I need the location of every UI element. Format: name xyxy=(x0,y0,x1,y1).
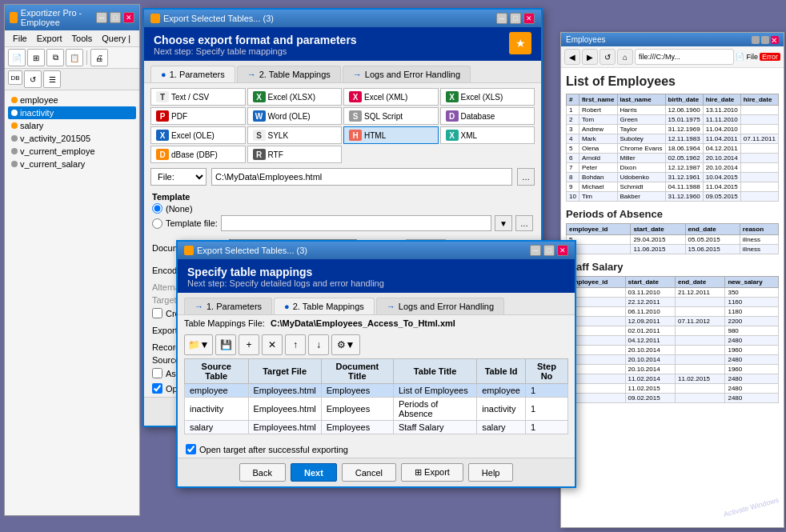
sidebar-item-employee[interactable]: employee xyxy=(8,94,136,106)
preview-minimize[interactable] xyxy=(752,36,760,44)
format-sylk[interactable]: SSYLK xyxy=(247,126,343,144)
delete-btn[interactable]: ✕ xyxy=(262,334,283,355)
dialog2-back-button[interactable]: Back xyxy=(239,463,286,482)
cell-table-id: employee xyxy=(477,384,526,398)
template-file-radio[interactable] xyxy=(152,218,162,229)
col-table-id[interactable]: Table Id xyxy=(477,359,526,384)
sidebar-item-salary[interactable]: salary xyxy=(8,119,136,132)
dialog2-next-button[interactable]: Next xyxy=(291,463,337,482)
tab-logs[interactable]: → Logs and Error Handling xyxy=(343,66,471,82)
url-bar[interactable] xyxy=(635,49,734,65)
menu-file[interactable]: File xyxy=(8,32,32,45)
options-btn[interactable]: ⚙▼ xyxy=(331,334,360,355)
refresh-nav-btn[interactable]: ↺ xyxy=(600,49,616,65)
down-btn[interactable]: ↓ xyxy=(308,334,329,355)
format-csv[interactable]: TText / CSV xyxy=(150,88,246,106)
template-browse-btn[interactable]: ▼ xyxy=(495,215,512,231)
tab2-parameters[interactable]: → 1. Parameters xyxy=(184,298,272,314)
preview-close[interactable]: ✕ xyxy=(771,36,779,44)
table-row[interactable]: employee Employees.html Employees List o… xyxy=(185,384,568,398)
sidebar-item-v-salary[interactable]: v_current_salary xyxy=(8,158,136,170)
dialog2-cancel-button[interactable]: Cancel xyxy=(342,463,396,482)
format-xlsx[interactable]: XExcel (XLSX) xyxy=(247,88,343,106)
col-doc[interactable]: Document Title xyxy=(321,359,393,384)
format-pdf[interactable]: PPDF xyxy=(150,107,246,125)
col-target[interactable]: Target File xyxy=(248,359,321,384)
format-ole[interactable]: XExcel (OLE) xyxy=(150,126,246,144)
back-nav-btn[interactable]: ◀ xyxy=(564,49,580,65)
file-row: File: … xyxy=(144,168,541,186)
browse-button[interactable]: … xyxy=(517,168,535,186)
forward-nav-btn[interactable]: ▶ xyxy=(582,49,598,65)
cell-doc: Employees xyxy=(321,384,393,398)
create-checkbox[interactable] xyxy=(152,308,162,318)
dialog2-close[interactable]: ✕ xyxy=(557,245,568,256)
file-type-select[interactable]: File: xyxy=(150,168,207,186)
table-row[interactable]: salary Employees.html Employees Staff Sa… xyxy=(185,421,568,434)
format-dbf[interactable]: DdBase (DBF) xyxy=(150,146,246,163)
print-btn[interactable]: 🖨 xyxy=(90,49,108,66)
paste-btn[interactable]: 📋 xyxy=(66,49,83,66)
col-source[interactable]: Source Table xyxy=(185,359,249,384)
sidebar-item-v-activity[interactable]: v_activity_201505 xyxy=(8,132,136,145)
tree-btn[interactable]: ☰ xyxy=(43,70,61,88)
preview-browser: Employees ✕ ◀ ▶ ↺ ⌂ 📄 File Error List of… xyxy=(560,32,784,528)
sidebar-item-v-current[interactable]: v_current_employe xyxy=(8,145,136,158)
tab-mappings[interactable]: → 2. Table Mappings xyxy=(237,66,341,82)
template-file-browse-btn[interactable]: … xyxy=(515,215,533,231)
open-checkbox[interactable] xyxy=(152,383,162,394)
format-html[interactable]: HHTML xyxy=(343,126,439,144)
menu-tools[interactable]: Tools xyxy=(67,32,98,45)
main-app-window: Exportizer Pro - Employee ─ □ ✕ File Exp… xyxy=(4,4,140,516)
cell-doc: Employees xyxy=(321,421,393,434)
dialog2-maximize[interactable]: □ xyxy=(543,245,555,256)
col-table-title[interactable]: Table Title xyxy=(393,359,476,384)
folder-btn[interactable]: 📁▼ xyxy=(184,334,213,355)
home-nav-btn[interactable]: ⌂ xyxy=(617,49,633,65)
dialog1-maximize[interactable]: □ xyxy=(510,13,521,24)
dialog1-close[interactable]: ✕ xyxy=(523,13,535,24)
dialog1-minimize[interactable]: ─ xyxy=(496,13,507,24)
tab2-mappings[interactable]: ● 2. Table Mappings xyxy=(274,298,375,314)
copy-btn[interactable]: ⧉ xyxy=(46,49,64,66)
app-close[interactable]: ✕ xyxy=(123,12,134,23)
format-xls[interactable]: XExcel (XLS) xyxy=(440,88,535,106)
db-btn[interactable]: DB xyxy=(8,70,22,85)
salary-table: employee_id start_date end_date new_sala… xyxy=(566,276,779,403)
col-step[interactable]: Step No xyxy=(525,359,567,384)
add-btn[interactable]: + xyxy=(239,334,259,355)
up-btn[interactable]: ↑ xyxy=(285,334,306,355)
menu-export[interactable]: Export xyxy=(32,32,67,45)
sidebar-item-label: v_activity_201505 xyxy=(20,134,90,143)
table-row[interactable]: inactivity Employees.html Employees Peri… xyxy=(185,398,568,421)
grid-btn[interactable]: ⊞ xyxy=(27,49,45,66)
dialog2-help-button[interactable]: Help xyxy=(468,463,514,482)
favorites-button[interactable]: ★ xyxy=(509,32,531,54)
ask-checkbox[interactable] xyxy=(152,368,162,378)
template-none-radio[interactable] xyxy=(152,203,162,214)
file-path-input[interactable] xyxy=(211,168,512,186)
save-btn[interactable]: 💾 xyxy=(215,334,236,355)
format-sql[interactable]: SSQL Script xyxy=(343,107,439,125)
refresh-btn[interactable]: ↺ xyxy=(24,70,42,88)
app-minimize[interactable]: ─ xyxy=(96,12,107,23)
format-db[interactable]: DDatabase xyxy=(440,107,535,125)
dialog2-minimize[interactable]: ─ xyxy=(530,245,541,256)
tab-parameters[interactable]: ● 1. Parameters xyxy=(150,66,235,82)
format-rtf[interactable]: RRTF xyxy=(247,146,343,163)
preview-maximize[interactable] xyxy=(761,36,769,44)
sidebar-item-label: v_current_salary xyxy=(20,159,85,169)
app-maximize[interactable]: □ xyxy=(110,12,121,23)
format-word[interactable]: WWord (OLE) xyxy=(247,107,343,125)
dialog2-export-button[interactable]: ⊞Export xyxy=(401,463,463,482)
dialog2-open-checkbox[interactable] xyxy=(186,444,196,454)
tab2-logs[interactable]: → Logs and Error Handling xyxy=(376,298,504,314)
new-btn[interactable]: 📄 xyxy=(8,49,26,66)
format-xml2[interactable]: XXML xyxy=(440,126,535,144)
sidebar-item-inactivity[interactable]: inactivity xyxy=(8,106,136,119)
menu-query[interactable]: Query | xyxy=(97,32,135,45)
format-xml[interactable]: XExcel (XML) xyxy=(343,88,439,106)
template-file-input[interactable] xyxy=(221,215,491,231)
item-dot xyxy=(11,110,18,116)
file-label: 📄 File xyxy=(736,53,758,61)
